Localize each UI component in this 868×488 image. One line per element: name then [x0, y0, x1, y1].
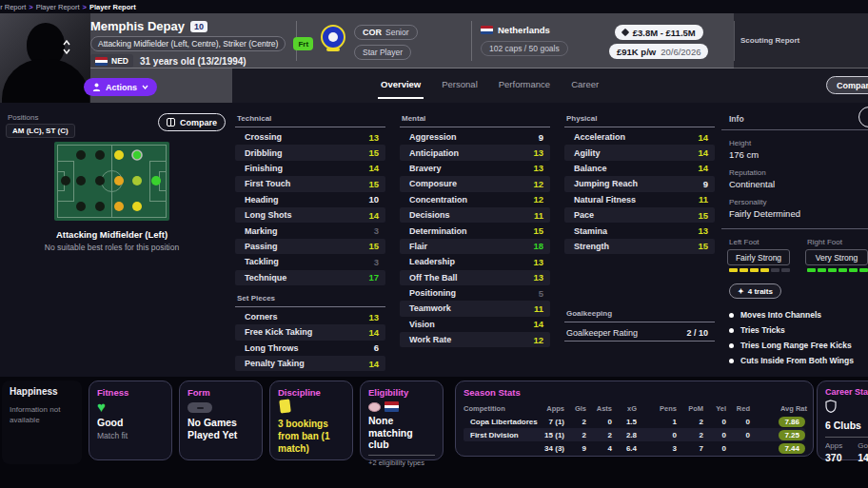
attribute-row[interactable]: Marking3 [235, 223, 385, 238]
attribute-row[interactable]: Flair18 [400, 239, 550, 254]
attribute-name: Balance [574, 164, 607, 173]
breadcrumb-item[interactable]: Player Report [89, 3, 136, 11]
attribute-row[interactable]: Free Kick Taking14 [235, 324, 385, 340]
position-dot[interactable] [132, 150, 142, 160]
position-dot[interactable] [132, 202, 142, 211]
attribute-row[interactable]: Passing15 [235, 239, 385, 254]
traits-count-button[interactable]: 4 traits [729, 283, 781, 299]
compare-button-top[interactable]: Compare [826, 76, 868, 94]
next-player-chevron-down-icon[interactable] [63, 49, 70, 54]
position-pitch-map[interactable] [54, 142, 169, 221]
attribute-row[interactable]: Teamwork11 [400, 301, 550, 316]
position-dot[interactable] [114, 202, 124, 211]
discipline-card[interactable]: Discipline 3 bookings from ban (1 match) [269, 381, 353, 460]
compare-button[interactable]: Compare [158, 113, 226, 131]
career-stats-card[interactable]: Career Stats 6 Clubs Apps 370 Goals 142 [817, 381, 868, 460]
position-dot[interactable] [95, 176, 105, 185]
attribute-row[interactable]: Finishing14 [235, 161, 385, 176]
attribute-row[interactable]: Corners13 [235, 309, 385, 324]
position-dot[interactable] [95, 150, 105, 160]
attribute-row[interactable]: Acceleration14 [564, 129, 715, 145]
role-note: No suitable best roles for this position [0, 243, 224, 252]
attribute-row[interactable]: First Touch15 [235, 176, 385, 191]
stat-value: 34 (3) [536, 444, 564, 453]
attribute-row[interactable]: Technique17 [235, 270, 385, 285]
section-divider [564, 322, 715, 322]
attribute-name: Passing [245, 242, 278, 251]
chevron-down-icon [142, 85, 148, 89]
form-card[interactable]: Form No Games Played Yet [179, 381, 263, 460]
attribute-row[interactable]: Pace15 [564, 207, 715, 223]
breadcrumb-item[interactable]: Player Report [36, 3, 80, 11]
actions-button[interactable]: Actions [84, 78, 157, 96]
breadcrumb-item[interactable]: er Report [0, 3, 26, 11]
attribute-row[interactable]: Penalty Taking14 [235, 356, 385, 371]
happiness-card[interactable]: Happiness Information not available [2, 381, 82, 464]
position-dot[interactable] [132, 176, 142, 185]
stat-value: 0 [703, 431, 726, 439]
tab-personal[interactable]: Personal [442, 79, 478, 95]
club-squad-pill[interactable]: COR Senior [354, 25, 418, 40]
stat-value: 2 [564, 418, 586, 426]
position-dot[interactable] [95, 202, 105, 211]
attribute-row[interactable]: Concentration12 [400, 192, 550, 207]
foot-strength-segment [859, 268, 868, 272]
attribute-row[interactable]: Balance14 [564, 161, 715, 176]
position-dot[interactable] [114, 176, 124, 185]
attribute-row[interactable]: Jumping Reach9 [564, 176, 715, 191]
attribute-row[interactable]: Determination15 [400, 223, 550, 238]
attribute-row[interactable]: Composure12 [400, 176, 550, 191]
attribute-row[interactable]: Decisions11 [400, 207, 550, 223]
position-dot[interactable] [76, 202, 86, 211]
traits-count-label: 4 traits [748, 287, 773, 296]
attribute-row[interactable]: Long Shots14 [235, 207, 385, 223]
attribute-value: 12 [533, 335, 543, 345]
compare-top-label: Compare [837, 81, 868, 90]
fitness-card[interactable]: Fitness ♥ Good Match fit [89, 381, 172, 460]
attribute-row[interactable]: Positioning5 [400, 285, 550, 301]
left-foot-strength: Fairly Strong [727, 249, 790, 265]
attribute-row[interactable]: Leadership13 [400, 254, 550, 269]
attribute-row[interactable]: Long Throws6 [235, 341, 385, 356]
netherlands-flag-icon [481, 26, 493, 34]
attribute-row[interactable]: Dribbling15 [235, 145, 385, 160]
attribute-row[interactable]: Strength15 [564, 239, 715, 254]
position-dot[interactable] [61, 176, 70, 185]
attribute-value: 12 [533, 179, 543, 189]
attribute-row[interactable]: Agility14 [564, 145, 715, 160]
attribute-row[interactable]: Aggression9 [400, 129, 550, 145]
attribute-row[interactable]: Vision14 [400, 317, 550, 332]
club-crest-icon[interactable] [321, 25, 347, 51]
season-stats-row[interactable]: Copa Libertadores7 (1)201.512007.86 [464, 415, 805, 428]
attribute-value: 13 [368, 312, 379, 322]
eligibility-card[interactable]: Eligibility None matching club +2 eligib… [360, 381, 444, 460]
tab-performance[interactable]: Performance [499, 79, 550, 95]
prev-player-chevron-up-icon[interactable] [63, 40, 70, 46]
eligibility-sub: +2 eligibility types [368, 459, 435, 467]
season-stats-row[interactable]: First Division15 (1)222.802007.25 [464, 428, 805, 441]
attribute-name: Anticipation [409, 148, 459, 158]
position-dot[interactable] [151, 176, 161, 185]
attribute-row[interactable]: Tackling3 [235, 254, 385, 269]
attribute-row[interactable]: Crossing13 [235, 129, 385, 145]
attribute-row[interactable]: Off The Ball13 [400, 270, 550, 285]
attribute-row[interactable]: Work Rate12 [400, 332, 550, 347]
tab-career[interactable]: Career [571, 79, 599, 95]
attribute-row[interactable]: Bravery13 [400, 161, 550, 176]
squad-status-pill: Star Player [354, 45, 411, 60]
attribute-row[interactable]: Stamina13 [564, 223, 715, 238]
position-dot[interactable] [76, 150, 86, 160]
attribute-value: 13 [698, 225, 708, 236]
tab-overview[interactable]: Overview [381, 79, 421, 95]
bullet-icon [729, 328, 734, 333]
form-title: Form [187, 387, 254, 398]
foot-strength-segment [838, 268, 847, 272]
position-dot[interactable] [114, 150, 124, 160]
attribute-row[interactable]: Heading10 [235, 192, 385, 207]
attribute-value: 11 [534, 210, 543, 221]
attribute-name: Agility [574, 148, 601, 158]
attribute-row[interactable]: Anticipation13 [400, 145, 550, 160]
attribute-row[interactable]: Natural Fitness11 [564, 192, 715, 207]
position-dot[interactable] [76, 176, 86, 185]
actions-label: Actions [106, 83, 137, 92]
